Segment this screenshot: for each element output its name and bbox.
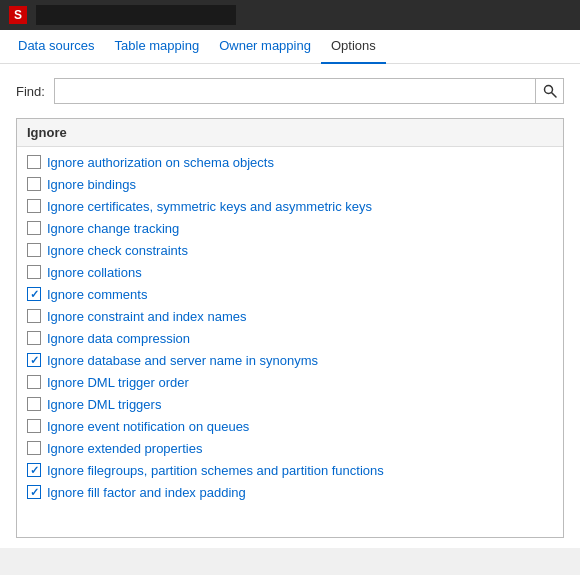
list-item: Ignore database and server name in synon… [17, 349, 563, 371]
tab-options[interactable]: Options [321, 30, 386, 64]
option-label-ignore-database-server-synonyms: Ignore database and server name in synon… [47, 353, 318, 368]
option-label-ignore-dml-triggers: Ignore DML triggers [47, 397, 161, 412]
option-label-ignore-filegroups: Ignore filegroups, partition schemes and… [47, 463, 384, 478]
option-label-ignore-change-tracking: Ignore change tracking [47, 221, 179, 236]
option-checkbox-ignore-collations[interactable] [27, 265, 41, 279]
options-panel: Ignore Ignore authorization on schema ob… [16, 118, 564, 538]
list-item: Ignore constraint and index names [17, 305, 563, 327]
tab-table-mapping[interactable]: Table mapping [105, 30, 210, 64]
option-label-ignore-dml-trigger-order: Ignore DML trigger order [47, 375, 189, 390]
option-label-ignore-fill-factor: Ignore fill factor and index padding [47, 485, 246, 500]
search-icon [543, 84, 557, 98]
option-label-ignore-event-notification: Ignore event notification on queues [47, 419, 249, 434]
option-label-ignore-constraint-index-names: Ignore constraint and index names [47, 309, 246, 324]
options-list-wrapper[interactable]: Ignore authorization on schema objectsIg… [17, 147, 563, 537]
list-item: Ignore data compression [17, 327, 563, 349]
option-label-ignore-data-compression: Ignore data compression [47, 331, 190, 346]
list-item: Ignore fill factor and index padding [17, 481, 563, 503]
svg-line-3 [551, 93, 556, 98]
option-label-ignore-extended-properties: Ignore extended properties [47, 441, 202, 456]
find-input[interactable] [55, 79, 535, 103]
options-panel-header: Ignore [17, 119, 563, 147]
option-checkbox-ignore-authorization[interactable] [27, 155, 41, 169]
title-bar-input[interactable] [36, 5, 236, 25]
list-item: Ignore extended properties [17, 437, 563, 459]
list-item: Ignore DML triggers [17, 393, 563, 415]
options-list: Ignore authorization on schema objectsIg… [17, 147, 563, 507]
option-checkbox-ignore-comments[interactable] [27, 287, 41, 301]
app-logo: S [8, 5, 28, 25]
option-checkbox-ignore-fill-factor[interactable] [27, 485, 41, 499]
tab-owner-mapping[interactable]: Owner mapping [209, 30, 321, 64]
option-checkbox-ignore-change-tracking[interactable] [27, 221, 41, 235]
list-item: Ignore certificates, symmetric keys and … [17, 195, 563, 217]
option-checkbox-ignore-constraint-index-names[interactable] [27, 309, 41, 323]
find-label: Find: [16, 84, 46, 99]
option-checkbox-ignore-dml-trigger-order[interactable] [27, 375, 41, 389]
find-row: Find: [16, 78, 564, 104]
list-item: Ignore bindings [17, 173, 563, 195]
list-item: Ignore collations [17, 261, 563, 283]
list-item: Ignore event notification on queues [17, 415, 563, 437]
tab-data-sources[interactable]: Data sources [8, 30, 105, 64]
option-checkbox-ignore-event-notification[interactable] [27, 419, 41, 433]
option-label-ignore-comments: Ignore comments [47, 287, 147, 302]
option-checkbox-ignore-check-constraints[interactable] [27, 243, 41, 257]
list-item: Ignore check constraints [17, 239, 563, 261]
option-label-ignore-collations: Ignore collations [47, 265, 142, 280]
main-content: Find: Ignore Ignore authorization on sch… [0, 64, 580, 548]
search-button[interactable] [535, 79, 563, 103]
list-item: Ignore filegroups, partition schemes and… [17, 459, 563, 481]
option-checkbox-ignore-extended-properties[interactable] [27, 441, 41, 455]
option-checkbox-ignore-database-server-synonyms[interactable] [27, 353, 41, 367]
list-item: Ignore comments [17, 283, 563, 305]
option-checkbox-ignore-filegroups[interactable] [27, 463, 41, 477]
option-checkbox-ignore-bindings[interactable] [27, 177, 41, 191]
option-checkbox-ignore-dml-triggers[interactable] [27, 397, 41, 411]
find-input-wrapper [54, 78, 564, 104]
list-item: Ignore DML trigger order [17, 371, 563, 393]
list-item: Ignore change tracking [17, 217, 563, 239]
option-label-ignore-check-constraints: Ignore check constraints [47, 243, 188, 258]
option-label-ignore-bindings: Ignore bindings [47, 177, 136, 192]
option-label-ignore-authorization: Ignore authorization on schema objects [47, 155, 274, 170]
option-label-ignore-certificates: Ignore certificates, symmetric keys and … [47, 199, 372, 214]
title-bar: S [0, 0, 580, 30]
svg-text:S: S [14, 8, 22, 22]
option-checkbox-ignore-certificates[interactable] [27, 199, 41, 213]
option-checkbox-ignore-data-compression[interactable] [27, 331, 41, 345]
list-item: Ignore authorization on schema objects [17, 151, 563, 173]
nav-tabs: Data sources Table mapping Owner mapping… [0, 30, 580, 64]
